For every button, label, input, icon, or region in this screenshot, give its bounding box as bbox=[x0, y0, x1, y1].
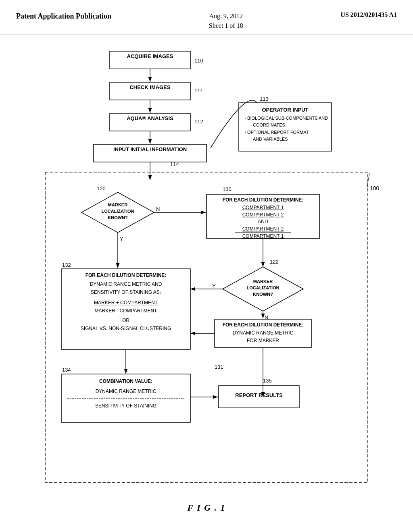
svg-text:COMPARTMENT 1: COMPARTMENT 1 bbox=[242, 233, 284, 239]
svg-text:AND: AND bbox=[258, 219, 268, 224]
svg-text:Y: Y bbox=[120, 236, 123, 242]
svg-text:132: 132 bbox=[62, 262, 71, 268]
svg-text:· BIOLOGICAL SUB-COMPONENTS AN: · BIOLOGICAL SUB-COMPONENTS AND bbox=[245, 116, 328, 121]
svg-text:131: 131 bbox=[215, 364, 223, 370]
svg-text:MARKER: MARKER bbox=[108, 202, 127, 207]
header-left: Patent Application Publication bbox=[16, 11, 111, 21]
svg-text:DYNAMIC RANGE METRIC: DYNAMIC RANGE METRIC bbox=[233, 330, 294, 336]
svg-text:COMPARTMENT 1: COMPARTMENT 1 bbox=[242, 205, 284, 210]
svg-text:DYNAMIC RANGE METRIC: DYNAMIC RANGE METRIC bbox=[96, 389, 156, 394]
svg-text:130: 130 bbox=[223, 186, 232, 192]
publication-title: Patent Application Publication bbox=[16, 12, 111, 20]
svg-text:INPUT INITIAL INFORMATION: INPUT INITIAL INFORMATION bbox=[113, 146, 187, 152]
svg-text:REPORT RESULTS: REPORT RESULTS bbox=[235, 392, 283, 398]
svg-text:COMPARTMENT 2: COMPARTMENT 2 bbox=[242, 212, 284, 218]
svg-text:SENSITIVITY OF STAINING: SENSITIVITY OF STAINING bbox=[95, 403, 156, 409]
svg-text:COMBINATION VALUE:: COMBINATION VALUE: bbox=[99, 378, 152, 384]
page-header: Patent Application Publication Aug. 9, 2… bbox=[0, 0, 413, 35]
svg-text:135: 135 bbox=[263, 378, 272, 384]
svg-text:AND VARIABLES: AND VARIABLES bbox=[253, 137, 288, 141]
svg-text:LOCALIZATION: LOCALIZATION bbox=[101, 209, 134, 214]
svg-text:114: 114 bbox=[170, 161, 179, 167]
figure-label: F I G . 1 bbox=[24, 503, 389, 513]
svg-text:FOR EACH DILUTION DETERMINE:: FOR EACH DILUTION DETERMINE: bbox=[223, 197, 304, 203]
svg-text:111: 111 bbox=[194, 87, 203, 94]
svg-text:DYNAMIC RANGE METRIC AND: DYNAMIC RANGE METRIC AND bbox=[90, 281, 162, 287]
diagram-area: ACQUIRE IMAGES 110 CHECK IMAGES 111 AQUA… bbox=[0, 35, 413, 521]
svg-text:ACQUIRE IMAGES: ACQUIRE IMAGES bbox=[127, 53, 173, 59]
svg-text:KNOWN?: KNOWN? bbox=[253, 292, 273, 297]
publication-date: Aug. 9, 2012 bbox=[209, 11, 243, 21]
svg-text:COORDINATES: COORDINATES bbox=[253, 123, 285, 127]
svg-line-26 bbox=[367, 173, 369, 187]
svg-text:SIGNAL VS. NON-SIGNAL CLUSTERI: SIGNAL VS. NON-SIGNAL CLUSTERING bbox=[81, 326, 171, 331]
svg-text:FOR MARKER: FOR MARKER bbox=[247, 338, 279, 343]
svg-text:COMPARTMENT 2: COMPARTMENT 2 bbox=[242, 226, 284, 232]
svg-text:100: 100 bbox=[370, 185, 380, 191]
svg-text:Y: Y bbox=[212, 283, 216, 289]
svg-text:CHECK IMAGES: CHECK IMAGES bbox=[129, 84, 170, 90]
svg-text:OR: OR bbox=[122, 318, 129, 323]
svg-text:134: 134 bbox=[62, 367, 71, 373]
svg-text:FOR EACH DILUTION DETERMINE:: FOR EACH DILUTION DETERMINE: bbox=[223, 322, 304, 328]
svg-text:MARKER -  COMPARTMENT: MARKER - COMPARTMENT bbox=[95, 308, 158, 314]
sheet-info: Sheet 1 of 18 bbox=[209, 21, 243, 31]
svg-text:113: 113 bbox=[260, 96, 269, 102]
svg-text:110: 110 bbox=[194, 58, 203, 64]
svg-text:112: 112 bbox=[194, 118, 203, 125]
svg-text:N: N bbox=[156, 206, 160, 212]
svg-text:FOR EACH DILUTION DETERMINE:: FOR EACH DILUTION DETERMINE: bbox=[86, 272, 167, 278]
svg-text:122: 122 bbox=[270, 259, 279, 265]
patent-number: US 2012/0201435 A1 bbox=[340, 11, 397, 18]
header-right: US 2012/0201435 A1 bbox=[340, 11, 397, 19]
flowchart-svg: ACQUIRE IMAGES 110 CHECK IMAGES 111 AQUA… bbox=[29, 43, 384, 499]
header-center: Aug. 9, 2012 Sheet 1 of 18 bbox=[209, 11, 243, 31]
svg-text:MARKER + COMPARTMENT: MARKER + COMPARTMENT bbox=[94, 300, 158, 305]
svg-text:OPERATOR INPUT: OPERATOR INPUT bbox=[262, 107, 308, 113]
svg-text:KNOWN?: KNOWN? bbox=[108, 215, 128, 220]
svg-text:120: 120 bbox=[97, 185, 106, 191]
svg-text:AQUA® ANALYSIS: AQUA® ANALYSIS bbox=[127, 115, 173, 121]
svg-text:SENSITIVITY OF STAINING AS:: SENSITIVITY OF STAINING AS: bbox=[91, 289, 161, 295]
svg-text:· OPTIONAL REPORT FORMAT: · OPTIONAL REPORT FORMAT bbox=[245, 130, 309, 135]
svg-text:MARKER: MARKER bbox=[253, 279, 273, 284]
svg-text:LOCALIZATION: LOCALIZATION bbox=[246, 285, 279, 290]
